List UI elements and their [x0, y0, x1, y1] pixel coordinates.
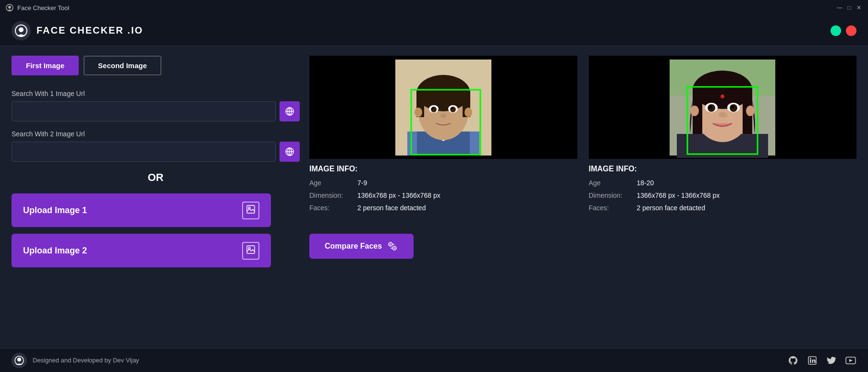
dim-value-1: 1366x768 px - 1366x768 px [357, 192, 440, 199]
svg-rect-12 [247, 205, 255, 213]
images-row: IMAGE INFO: Age 7-9 Dimension: 1366x768 … [309, 56, 856, 222]
svg-point-59 [390, 243, 392, 246]
left-panel: First Image Second Image Search With 1 I… [12, 56, 300, 348]
svg-point-55 [746, 106, 755, 116]
svg-point-31 [440, 113, 447, 118]
title-bar-text: Face Checker Tool [17, 4, 69, 12]
or-divider: OR [12, 171, 300, 184]
age-label-2: Age [589, 179, 637, 187]
linkedin-icon[interactable] [807, 355, 818, 366]
svg-point-28 [450, 107, 456, 112]
close-button[interactable]: ✕ [856, 4, 862, 11]
info-title-1: IMAGE INFO: [309, 165, 577, 173]
logo-text: FACE CHECKER .IO [37, 25, 143, 36]
footer-logo [12, 353, 27, 368]
compare-label: Compare Faces [325, 242, 382, 251]
footer: Designed and Developed by Dev Vijay [0, 348, 868, 372]
info-section-1: IMAGE INFO: Age 7-9 Dimension: 1366x768 … [309, 159, 577, 222]
upload-image-1-button[interactable]: Upload Image 1 [12, 193, 271, 227]
faces-label-2: Faces: [589, 204, 637, 212]
twitter-icon[interactable] [826, 355, 837, 366]
dim-value-2: 1366x768 px - 1366x768 px [637, 192, 720, 199]
url-input-2[interactable] [12, 142, 276, 162]
maximize-button[interactable]: □ [846, 4, 853, 11]
image-container-2 [589, 56, 857, 159]
url-section-2: Search With 2 Image Url [12, 130, 300, 162]
dim-label-1: Dimension: [309, 192, 357, 199]
logo-icon [12, 21, 31, 40]
info-row-age-2: Age 18-20 [589, 179, 857, 187]
info-row-age-1: Age 7-9 [309, 179, 577, 187]
right-panels: IMAGE INFO: Age 7-9 Dimension: 1366x768 … [309, 56, 856, 348]
svg-rect-14 [247, 246, 255, 253]
svg-point-27 [431, 107, 437, 112]
tab-first-image[interactable]: First Image [12, 56, 79, 75]
url-input-1[interactable] [12, 101, 276, 121]
age-value-2: 18-20 [637, 179, 654, 187]
svg-point-1 [8, 6, 11, 9]
info-row-dim-1: Dimension: 1366x768 px - 1366x768 px [309, 192, 577, 199]
compare-icon [387, 240, 398, 252]
face-image-2 [648, 57, 797, 158]
upload-1-icon [242, 202, 259, 219]
footer-right [787, 355, 856, 366]
svg-point-54 [690, 106, 699, 116]
svg-point-60 [393, 247, 396, 250]
footer-left: Designed and Developed by Dev Vijay [12, 353, 139, 368]
svg-point-50 [709, 106, 712, 108]
tab-buttons: First Image Second Image [12, 56, 300, 75]
url-search-btn-1[interactable] [280, 101, 300, 121]
svg-rect-64 [810, 360, 811, 363]
upload-2-label: Upload Image 2 [23, 246, 87, 256]
header-indicators [831, 25, 856, 36]
tab-second-image[interactable]: Second Image [84, 56, 161, 75]
face-image-1 [369, 57, 518, 158]
app-logo: FACE CHECKER .IO [12, 21, 143, 40]
info-row-faces-2: Faces: 2 person face detacted [589, 204, 857, 212]
upload-1-label: Upload Image 1 [23, 205, 87, 216]
url-search-btn-2[interactable] [280, 142, 300, 162]
green-indicator [831, 25, 841, 36]
faces-value-1: 2 person face detacted [357, 204, 426, 212]
svg-point-62 [17, 358, 21, 361]
globe-icon-1 [285, 107, 294, 116]
compare-faces-button[interactable]: Compare Faces [309, 234, 414, 259]
svg-point-30 [451, 108, 453, 109]
github-icon[interactable] [787, 355, 799, 366]
svg-point-33 [465, 108, 472, 117]
svg-point-3 [19, 27, 24, 32]
svg-point-65 [810, 358, 811, 359]
url-section-1: Search With 1 Image Url [12, 90, 300, 121]
svg-point-45 [721, 95, 724, 98]
image-container-1 [309, 56, 577, 159]
info-section-2: IMAGE INFO: Age 18-20 Dimension: 1366x76… [589, 159, 857, 222]
svg-point-22 [416, 75, 470, 111]
url-label-2: Search With 2 Image Url [12, 130, 300, 138]
globe-icon-2 [285, 147, 294, 156]
app-icon [6, 4, 13, 12]
faces-label-1: Faces: [309, 204, 357, 212]
red-indicator [846, 25, 856, 36]
minimize-button[interactable]: — [836, 4, 843, 11]
compare-section: Compare Faces [309, 230, 856, 263]
age-label-1: Age [309, 179, 357, 187]
svg-marker-67 [849, 359, 853, 362]
title-bar-controls: — □ ✕ [836, 4, 862, 11]
info-row-dim-2: Dimension: 1366x768 px - 1366x768 px [589, 192, 857, 199]
faces-value-2: 2 person face detacted [637, 204, 705, 212]
title-bar-left: Face Checker Tool [6, 4, 69, 12]
image-panel-1: IMAGE INFO: Age 7-9 Dimension: 1366x768 … [309, 56, 577, 222]
main-content: First Image Second Image Search With 1 I… [0, 46, 868, 348]
info-title-2: IMAGE INFO: [589, 165, 857, 173]
upload-image-2-button[interactable]: Upload Image 2 [12, 234, 271, 267]
svg-point-29 [432, 108, 434, 109]
info-row-faces-1: Faces: 2 person face detacted [309, 204, 577, 212]
image-panel-2: IMAGE INFO: Age 18-20 Dimension: 1366x76… [589, 56, 857, 222]
url-label-1: Search With 1 Image Url [12, 90, 300, 97]
title-bar: Face Checker Tool — □ ✕ [0, 0, 868, 15]
svg-point-51 [731, 106, 734, 108]
url-input-row-2 [12, 142, 300, 162]
youtube-icon[interactable] [845, 355, 856, 366]
svg-point-32 [415, 108, 422, 117]
footer-credit: Designed and Developed by Dev Vijay [33, 357, 139, 364]
